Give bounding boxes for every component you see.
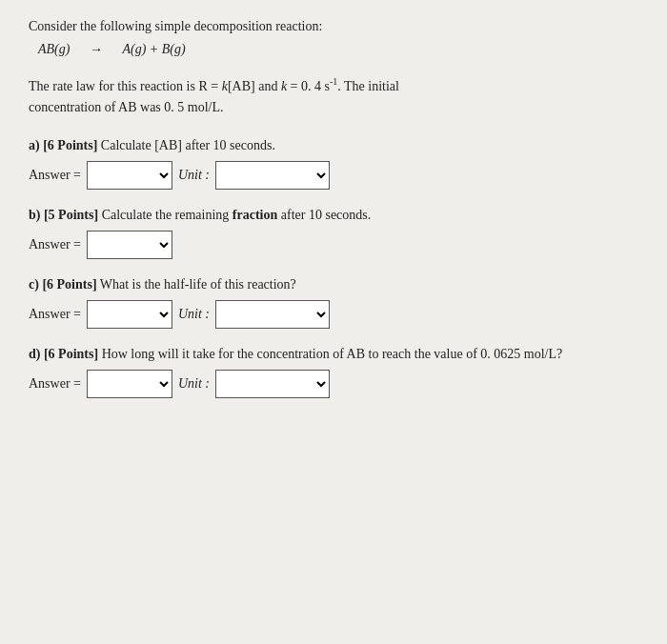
answer-label-a: Answer =: [29, 168, 81, 183]
question-b: b) [5 Points] Calculate the remaining fr…: [29, 205, 638, 259]
answer-input-b[interactable]: [87, 231, 172, 259]
reactant: AB(g): [38, 42, 70, 57]
intro-section: Consider the following simple decomposit…: [29, 19, 638, 57]
answer-row-a: Answer = Unit :: [29, 161, 638, 190]
answer-input-d[interactable]: [87, 370, 172, 398]
rate-law-text2: [AB] and: [228, 79, 281, 93]
products: A(g) + B(g): [122, 42, 185, 57]
rate-law-conc: concentration of AB was 0. 5 mol/L.: [29, 100, 224, 114]
question-d-text: How long will it take for the concentrat…: [98, 347, 562, 361]
question-b-text-pre: Calculate the remaining: [98, 208, 232, 222]
question-a-label: a) [6 Points] Calculate [AB] after 10 se…: [29, 135, 638, 155]
answer-row-c: Answer = Unit :: [29, 300, 638, 329]
answer-row-d: Answer = Unit :: [29, 370, 638, 398]
question-d: d) [6 Points] How long will it take for …: [29, 344, 638, 398]
arrow-symbol: →: [79, 42, 112, 57]
unit-label-d: Unit :: [178, 376, 210, 392]
question-d-label: d) [6 Points] How long will it take for …: [29, 344, 638, 364]
question-b-fraction: fraction: [232, 208, 277, 222]
question-a-points: a) [6 Points]: [29, 138, 97, 152]
answer-input-c[interactable]: [87, 300, 172, 329]
question-c-label: c) [6 Points] What is the half-life of t…: [29, 274, 638, 294]
question-b-text-post: after 10 seconds.: [277, 208, 371, 222]
unit-select-a[interactable]: [215, 161, 330, 190]
reaction-equation: AB(g) → A(g) + B(g): [38, 42, 638, 57]
question-b-points: b) [5 Points]: [29, 208, 98, 222]
answer-input-a[interactable]: [87, 161, 172, 190]
answer-label-c: Answer =: [29, 307, 81, 322]
question-a: a) [6 Points] Calculate [AB] after 10 se…: [29, 135, 638, 190]
answer-row-b: Answer =: [29, 231, 638, 259]
unit-select-d[interactable]: [215, 370, 330, 398]
question-c-points: c) [6 Points]: [29, 277, 97, 292]
question-c-text: What is the half-life of this reaction?: [97, 277, 296, 292]
rate-law-section: The rate law for this reaction is R = k[…: [29, 74, 638, 118]
unit-select-c[interactable]: [215, 300, 330, 329]
rate-law-text3: = 0. 4 s-1. The initial: [287, 79, 399, 93]
question-b-label: b) [5 Points] Calculate the remaining fr…: [29, 205, 638, 225]
question-d-points: d) [6 Points]: [29, 347, 98, 361]
unit-label-a: Unit :: [178, 168, 210, 183]
unit-label-c: Unit :: [178, 307, 210, 322]
question-c: c) [6 Points] What is the half-life of t…: [29, 274, 638, 329]
question-a-text: Calculate [AB] after 10 seconds.: [97, 138, 275, 152]
rate-law-text1: The rate law for this reaction is R =: [29, 79, 222, 93]
intro-text: Consider the following simple decomposit…: [29, 19, 638, 34]
answer-label-b: Answer =: [29, 237, 81, 252]
answer-label-d: Answer =: [29, 376, 81, 392]
